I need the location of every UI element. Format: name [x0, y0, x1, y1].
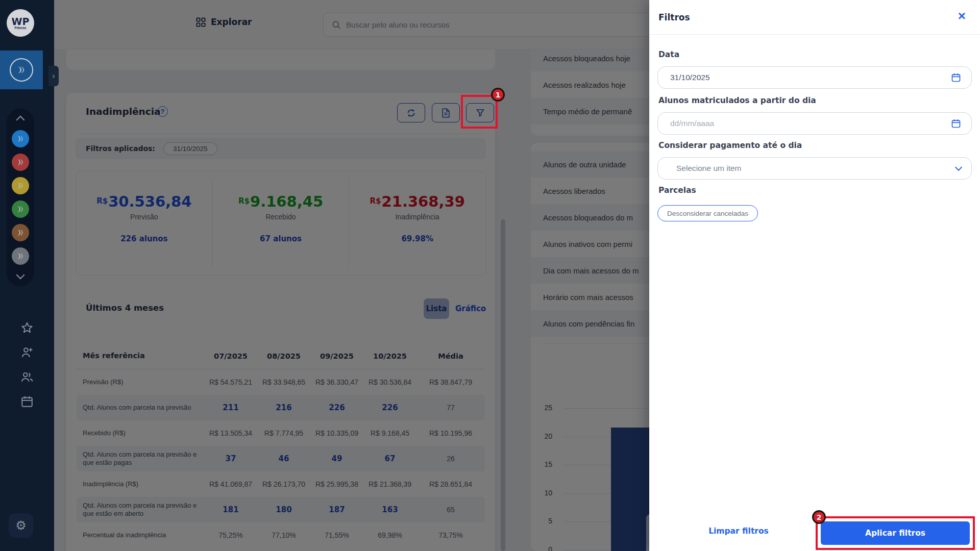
payment-until-select[interactable]: Selecione um item [657, 157, 972, 180]
sidebar-expand-chevron[interactable]: › [48, 66, 59, 86]
sidebar: WP Fitness ⚙ [0, 0, 54, 551]
wings-logo-icon [10, 58, 33, 82]
clear-filters-button[interactable]: Limpar filtros [700, 527, 777, 536]
app-root: Explorar CompetênciaRecebidoDespesas Ina… [0, 0, 980, 551]
add-user-icon[interactable] [0, 346, 54, 359]
select-placeholder: Selecione um item [670, 164, 956, 173]
annotation-box-2 [816, 516, 975, 550]
annotation-box-1 [461, 95, 498, 129]
unit-wings-icon[interactable] [12, 201, 29, 218]
sidebar-item-active-unit[interactable] [0, 51, 43, 89]
users-icon[interactable] [0, 370, 54, 384]
chevron-down-icon[interactable] [16, 271, 25, 280]
field-label-parcelas: Parcelas [658, 186, 696, 195]
drawer-header: Filtros × [649, 0, 980, 35]
close-icon[interactable]: × [958, 9, 966, 22]
field-label-matriculados: Alunos matriculados a partir do dia [658, 96, 816, 105]
unit-wings-icon[interactable] [12, 130, 29, 147]
date-field[interactable] [657, 66, 972, 89]
annotation-badge-1: 1 [491, 88, 505, 102]
calendar-icon[interactable] [951, 118, 961, 129]
enrolled-from-input[interactable] [670, 119, 951, 128]
drawer-title: Filtros [658, 12, 690, 22]
calendar-icon[interactable] [951, 72, 961, 83]
modal-dim-overlay [54, 0, 649, 551]
enrolled-from-field[interactable] [657, 112, 972, 135]
unit-wings-icon[interactable] [12, 177, 29, 194]
date-input[interactable] [670, 73, 951, 82]
logo-secondary: Fitness [15, 26, 27, 30]
field-label-data: Data [658, 50, 679, 59]
chevron-up-icon[interactable] [16, 116, 25, 124]
units-rail [7, 109, 34, 286]
annotation-badge-2: 2 [812, 510, 826, 524]
favorites-star-icon[interactable] [0, 321, 54, 335]
logo-primary: WP [12, 17, 30, 26]
settings-gear-icon[interactable]: ⚙ [9, 513, 33, 538]
unit-wings-icon[interactable] [12, 224, 29, 241]
field-label-pagamento: Considerar pagamento até o dia [658, 141, 802, 150]
unit-wings-icon[interactable] [12, 247, 29, 265]
app-logo[interactable]: WP Fitness [7, 9, 34, 37]
unit-wings-icon[interactable] [12, 154, 29, 171]
chevron-down-icon [955, 164, 962, 171]
calendar-icon[interactable] [0, 395, 54, 408]
parcelas-chip[interactable]: Desconsiderar canceladas [657, 205, 758, 221]
filters-drawer: Filtros × Data Alunos matriculados a par… [649, 0, 980, 551]
